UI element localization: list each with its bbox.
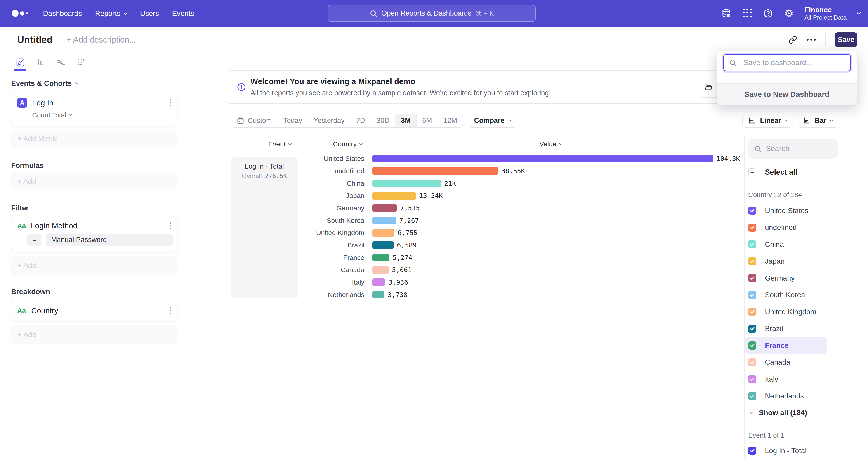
add-formula-button[interactable]: + Add	[11, 172, 178, 191]
event-row-log-in-total[interactable]: Log In - Total	[745, 442, 827, 459]
tab-insights-icon[interactable]	[16, 57, 25, 67]
chart-type-selector[interactable]: Bar	[797, 114, 838, 127]
tab-retention-icon[interactable]	[76, 57, 86, 67]
filter-value-chip[interactable]: Manual Password	[46, 234, 173, 246]
add-description-field[interactable]: + Add description...	[66, 35, 136, 45]
more-options-icon[interactable]	[807, 39, 816, 41]
time-tab-custom[interactable]: Custom	[231, 114, 278, 127]
settings-gear-icon[interactable]: ⚙	[784, 8, 794, 19]
checkbox-netherlands[interactable]	[748, 392, 756, 400]
country-row-italy[interactable]: Italy	[745, 371, 827, 388]
add-metric-button[interactable]: + Add Metric	[11, 129, 178, 148]
checkbox-france[interactable]	[748, 342, 756, 350]
nav-link-users[interactable]: Users	[140, 9, 159, 18]
save-to-dashboard-input[interactable]: Save to dashboard...	[723, 54, 851, 71]
series-summary-panel[interactable]: Log In - Total Overall 276.5K	[231, 157, 298, 298]
add-breakdown-button[interactable]: + Add	[11, 325, 178, 344]
select-all-checkbox[interactable]	[748, 168, 756, 176]
checkbox-undefined[interactable]	[748, 224, 756, 232]
column-header-value[interactable]: Value	[539, 140, 562, 148]
breakdown-card-country[interactable]: Aa Country	[11, 300, 178, 321]
kebab-menu-icon[interactable]	[169, 99, 171, 106]
checkbox-log-in-total[interactable]	[748, 447, 756, 455]
time-tab-yesterday[interactable]: Yesterday	[308, 114, 350, 127]
chart-bar-brazil[interactable]	[372, 241, 394, 249]
checkbox-japan[interactable]	[748, 257, 756, 265]
time-tab-7d[interactable]: 7D	[350, 114, 371, 127]
aggregation-selector[interactable]: Count Total	[32, 111, 177, 119]
kebab-menu-icon[interactable]	[169, 307, 171, 314]
scale-selector[interactable]: Linear	[742, 114, 793, 127]
country-row-undefined[interactable]: undefined	[745, 219, 827, 236]
country-row-japan[interactable]: Japan	[745, 253, 827, 270]
checkbox-canada[interactable]	[748, 358, 756, 366]
chart-bar-united-states[interactable]	[372, 155, 713, 163]
show-all-button[interactable]: Show all (184)	[748, 405, 864, 421]
country-row-brazil[interactable]: Brazil	[745, 320, 827, 337]
chart-bar-undefined[interactable]	[372, 167, 498, 175]
checkbox-united-kingdom[interactable]	[748, 308, 756, 316]
help-icon[interactable]	[763, 8, 773, 19]
country-row-france[interactable]: France	[745, 337, 827, 354]
column-header-country[interactable]: Country	[333, 140, 362, 148]
select-all-row[interactable]: Select all	[748, 167, 864, 177]
copy-link-icon[interactable]	[789, 35, 797, 44]
chart-bar-germany[interactable]	[372, 204, 397, 212]
country-row-netherlands[interactable]: Netherlands	[745, 388, 827, 405]
checkbox-china[interactable]	[748, 240, 756, 248]
tab-funnels-icon[interactable]	[36, 57, 46, 67]
logo-dot-small	[26, 12, 28, 14]
metric-card-log-in[interactable]: A Log In Count Total	[11, 92, 178, 126]
chart-bar-canada[interactable]	[372, 266, 389, 274]
country-row-united-kingdom[interactable]: United Kingdom	[745, 303, 827, 320]
chevron-down-icon[interactable]	[857, 11, 861, 15]
add-filter-button[interactable]: + Add	[11, 256, 178, 275]
time-tab-6m[interactable]: 6M	[416, 114, 438, 127]
global-search-button[interactable]: Open Reports & Dashboards ⌘ + K	[328, 5, 536, 22]
segment-search-input[interactable]	[766, 144, 831, 153]
segment-search[interactable]	[748, 139, 838, 158]
compare-button[interactable]: Compare	[468, 114, 517, 127]
save-to-new-dashboard-button[interactable]: Save to New Dashboard	[717, 84, 857, 105]
tab-flows-icon[interactable]	[56, 57, 66, 67]
checkbox-brazil[interactable]	[748, 325, 756, 333]
metric-name[interactable]: Log In	[32, 98, 54, 107]
save-button[interactable]: Save	[835, 32, 857, 47]
breakdown-property-name[interactable]: Country	[31, 306, 58, 315]
column-header-event[interactable]: Event	[268, 140, 291, 148]
chart-bar-south-korea[interactable]	[372, 217, 396, 224]
country-row-canada[interactable]: Canada	[745, 354, 827, 371]
checkbox-united-states[interactable]	[748, 207, 756, 215]
filter-operator-chip[interactable]: =	[27, 234, 41, 246]
apps-grid-icon[interactable]	[742, 8, 752, 19]
chart-bar-france[interactable]	[372, 254, 390, 261]
country-row-united-states[interactable]: United States	[745, 202, 827, 219]
country-row-china[interactable]: China	[745, 236, 827, 253]
time-tab-12m[interactable]: 12M	[438, 114, 463, 127]
time-tab-3m[interactable]: 3M	[395, 114, 416, 127]
nav-link-events[interactable]: Events	[172, 9, 194, 18]
chart-bar-united-kingdom[interactable]	[372, 229, 395, 237]
chart-bar-japan[interactable]	[372, 192, 416, 200]
mixpanel-logo[interactable]	[12, 8, 28, 18]
chart-bar-netherlands[interactable]	[372, 291, 384, 298]
time-tab-30d[interactable]: 30D	[371, 114, 395, 127]
report-title[interactable]: Untitled	[17, 34, 53, 45]
filter-card-login-method[interactable]: Aa Login Method = Manual Password	[11, 216, 178, 252]
country-row-germany[interactable]: Germany	[745, 270, 827, 287]
filter-property-name[interactable]: Login Method	[31, 221, 77, 230]
nav-link-reports[interactable]: Reports	[95, 9, 127, 18]
nav-link-dashboards[interactable]: Dashboards	[43, 9, 82, 18]
project-switcher[interactable]: Finance All Project Data	[804, 5, 846, 22]
country-row-south-korea[interactable]: South Korea	[745, 287, 827, 303]
data-management-icon[interactable]	[721, 8, 732, 19]
time-tab-label: Yesterday	[314, 117, 345, 125]
chart-bar-italy[interactable]	[372, 278, 385, 286]
checkbox-germany[interactable]	[748, 274, 756, 282]
checkbox-italy[interactable]	[748, 375, 756, 383]
checkbox-south-korea[interactable]	[748, 291, 756, 299]
events-cohorts-header[interactable]: Events & Cohorts	[11, 79, 178, 87]
chart-bar-china[interactable]	[372, 180, 441, 187]
kebab-menu-icon[interactable]	[169, 223, 171, 229]
time-tab-today[interactable]: Today	[278, 114, 308, 127]
